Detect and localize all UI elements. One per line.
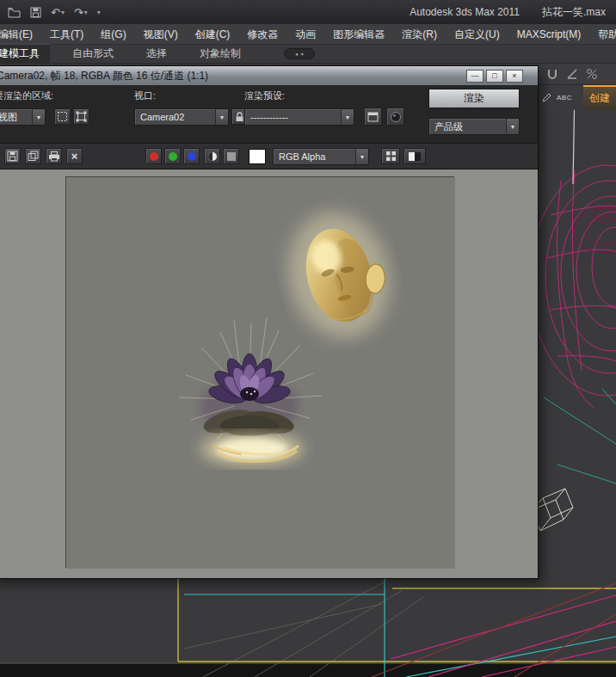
redo-button[interactable]: ↷ ▾: [71, 4, 90, 21]
redo-caret-icon[interactable]: ▾: [84, 9, 88, 16]
chevron-down-icon: ▼: [341, 109, 354, 125]
menu-help[interactable]: 帮助(H): [589, 24, 616, 45]
render-quality-value: 产品级: [434, 120, 463, 133]
background-color-swatch[interactable]: [249, 149, 266, 164]
menu-modifiers[interactable]: 修改器: [238, 24, 286, 45]
undo-caret-icon[interactable]: ▾: [61, 9, 65, 16]
environment-effects-button[interactable]: [386, 108, 404, 126]
menu-views[interactable]: 视图(V): [135, 24, 187, 45]
render-button[interactable]: 渲染: [428, 89, 520, 108]
green-channel-icon: [169, 152, 177, 161]
menu-graph-editors[interactable]: 图形编辑器: [324, 24, 393, 45]
ribbon-tab-object-paint[interactable]: 对象绘制: [189, 44, 251, 64]
disk-icon: [30, 7, 41, 18]
minimize-button[interactable]: —: [466, 70, 484, 83]
chevron-down-icon: ▾: [301, 52, 304, 57]
menu-edit[interactable]: 编辑(E): [0, 24, 41, 45]
clear-image-button[interactable]: ×: [66, 148, 83, 164]
rfw-title-text: Camera02, 帧 18, RGBA 颜色 16 位/通道 (1:1): [0, 69, 208, 83]
monochrome-icon: [207, 151, 218, 162]
save-image-button[interactable]: [4, 148, 21, 164]
folder-icon: [8, 7, 21, 18]
create-panel-tab[interactable]: 创建: [583, 85, 616, 110]
angle-snap-icon[interactable]: [566, 68, 578, 80]
delete-x-icon: ×: [71, 151, 78, 162]
quick-access-toolbar: ↶ ▾ ↷ ▾ ▾: [5, 4, 103, 21]
undo-icon: ↶: [51, 6, 60, 19]
rfw-titlebar[interactable]: Camera02, 帧 18, RGBA 颜色 16 位/通道 (1:1) — …: [0, 66, 538, 85]
render-preset-value: ------------: [250, 112, 288, 122]
rfw-canvas-area: [0, 169, 538, 578]
ribbon-tab-freeform[interactable]: 自由形式: [62, 44, 124, 64]
ribbon-tab-selection[interactable]: 选择: [136, 44, 177, 64]
dot-icon: ●: [295, 52, 299, 57]
menu-customize[interactable]: 自定义(U): [446, 24, 508, 45]
rfw-controls: 要渲染的区域: 视口: 渲染预设: 视图 ▼: [0, 85, 538, 144]
channel-display-value: RGB Alpha: [279, 151, 325, 162]
area-to-render-select[interactable]: 视图 ▼: [0, 108, 46, 126]
menu-tools[interactable]: 工具(T): [41, 24, 92, 45]
edit-region-icon: [57, 111, 68, 122]
auto-region-button[interactable]: [73, 108, 89, 125]
rendered-image[interactable]: [65, 176, 454, 568]
menu-create[interactable]: 创建(C): [187, 24, 239, 45]
area-to-render-value: 视图: [0, 111, 17, 124]
sphere-icon: [390, 111, 402, 123]
maximize-button[interactable]: □: [486, 70, 503, 83]
app-titlebar: ↶ ▾ ↷ ▾ ▾ Autodesk 3ds Max 2011 拈花一笑.max: [0, 0, 616, 24]
chevron-down-icon: ▼: [32, 109, 45, 125]
menu-animation[interactable]: 动画: [286, 24, 324, 45]
menu-group[interactable]: 组(G): [92, 24, 134, 45]
print-image-button[interactable]: [46, 148, 62, 164]
viewport-label: 视口:: [134, 89, 156, 102]
open-file-icon[interactable]: [5, 5, 23, 20]
app-title: Autodesk 3ds Max 2011: [410, 6, 520, 18]
menu-bar: 编辑(E) 工具(T) 组(G) 视图(V) 创建(C) 修改器 动画 图形编辑…: [0, 24, 616, 45]
percent-snap-icon[interactable]: [586, 68, 598, 80]
viewport-select[interactable]: Camera02 ▼: [134, 108, 229, 126]
clone-icon: [28, 151, 39, 162]
save-image-icon: [7, 151, 18, 162]
auto-region-icon: [76, 111, 87, 122]
red-channel-button[interactable]: [145, 148, 162, 164]
redo-icon: ↷: [74, 6, 83, 19]
file-name: 拈花一笑.max: [542, 5, 606, 20]
clone-image-button[interactable]: [25, 148, 41, 164]
render-quality-select[interactable]: 产品级 ▼: [428, 118, 520, 135]
blue-channel-button[interactable]: [183, 148, 200, 164]
alpha-channel-button[interactable]: [223, 148, 239, 164]
green-channel-button[interactable]: [164, 148, 181, 164]
golden-hand: [200, 432, 304, 466]
color-toggle-button[interactable]: [403, 148, 426, 164]
chevron-down-icon: ▼: [355, 149, 368, 164]
menu-maxscript[interactable]: MAXScript(M): [508, 24, 590, 45]
layer-channels-button[interactable]: [381, 148, 400, 164]
quick-access-more-button[interactable]: ▾: [95, 7, 103, 18]
pencil-icon[interactable]: [541, 92, 552, 103]
edit-region-button[interactable]: [54, 108, 71, 125]
channels-grid-icon: [385, 151, 397, 162]
viewport-value: Camera02: [140, 112, 184, 122]
rendered-frame-window: Camera02, 帧 18, RGBA 颜色 16 位/通道 (1:1) — …: [0, 65, 539, 579]
save-file-icon[interactable]: [28, 5, 44, 20]
abc-rename-icon[interactable]: ABC: [557, 94, 572, 102]
printer-icon: [48, 151, 60, 162]
undo-button[interactable]: ↶ ▾: [48, 4, 67, 21]
rfw-toolbar: ×: [0, 144, 538, 169]
ribbon-tab-modeling[interactable]: 建模工具: [0, 44, 50, 64]
rendered-scene: [66, 177, 455, 569]
close-button[interactable]: ×: [506, 70, 523, 83]
monochrome-button[interactable]: [204, 148, 220, 164]
render-preset-select[interactable]: ------------ ▼: [244, 108, 354, 126]
area-to-render-label: 要渲染的区域:: [0, 89, 53, 102]
snap-magnet-icon[interactable]: [546, 68, 558, 80]
blue-channel-icon: [188, 152, 196, 161]
lock-icon: [235, 112, 244, 122]
menu-rendering[interactable]: 渲染(R): [393, 24, 446, 45]
render-setup-button[interactable]: [364, 108, 382, 126]
dialog-icon: [367, 112, 379, 122]
channel-display-select[interactable]: RGB Alpha ▼: [273, 148, 369, 165]
ribbon-options-button[interactable]: ● ▾: [284, 48, 315, 59]
ribbon-panel-remnant: ABC 创建: [538, 85, 616, 110]
split-tone-icon: [408, 151, 422, 162]
